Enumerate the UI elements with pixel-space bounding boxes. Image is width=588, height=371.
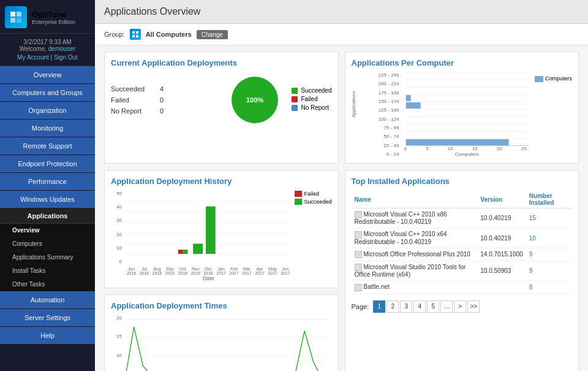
deployment-times-title: Application Deployment Times: [111, 301, 332, 310]
sidebar-item-help[interactable]: Help: [0, 327, 95, 345]
page-title: Applications Overview: [104, 6, 579, 17]
sidebar-header: OptiTune Enterprise Edition: [0, 0, 95, 34]
col-name: Name: [352, 191, 478, 208]
times-chart-area: 4pm 5pm 6pm 7pm 8pm 9pm 10pm 11pm 12am 1…: [125, 315, 332, 371]
stat-row-noreport: No Report 0: [111, 105, 218, 117]
top-installed-title: Top Installed Applications: [352, 177, 573, 186]
svg-rect-6: [132, 35, 135, 37]
app-count-cell: 9: [526, 248, 572, 261]
svg-rect-23: [405, 139, 508, 145]
sidebar-user-info: 3/2/2017 9:33 AM Welcome, demouser My Ac…: [0, 34, 95, 66]
pie-chart: 100%: [227, 72, 282, 128]
col-version: Version: [477, 191, 526, 208]
change-group-button[interactable]: Change: [197, 30, 228, 39]
app-name-cell: Battle.net: [352, 281, 478, 294]
history-legend: Failed Succeeded: [295, 191, 331, 281]
times-chart-container: 20 15 10 5 0: [111, 315, 332, 371]
sidebar-item-performance[interactable]: Performance: [0, 173, 95, 191]
app-name-cell: Microsoft Visual C++ 2010 x86 Redistribu…: [352, 208, 478, 228]
page-btn-4[interactable]: 4: [413, 300, 426, 313]
sidebar-item-overview[interactable]: Overview: [0, 66, 95, 84]
history-chart-area: Jun2016 Jul2016 Aug2016 Sep2016 Oct2016 …: [125, 191, 292, 281]
current-deployments-title: Current Application Deployments: [111, 58, 332, 67]
sidebar-item-server-settings[interactable]: Server Settings: [0, 309, 95, 327]
legend-failed-item: Failed: [295, 191, 331, 197]
sign-out-link[interactable]: Sign Out: [54, 54, 78, 61]
pagination: Page: 1 2 3 4 5 ... > >>: [352, 300, 573, 313]
apc-legend-label: Computers: [545, 75, 572, 82]
svg-rect-4: [132, 31, 135, 34]
app-icon: [355, 284, 362, 291]
apc-bars-area: 0 5 10 15 20 25 Computers: [404, 72, 530, 157]
svg-rect-33: [193, 243, 203, 254]
svg-rect-3: [17, 18, 21, 23]
apc-chart-svg: [404, 72, 530, 146]
svg-rect-2: [10, 18, 15, 23]
apc-legend: Computers: [535, 72, 572, 157]
page-btn-1[interactable]: 1: [373, 300, 385, 313]
sidebar-item-endpoint-protection[interactable]: Endpoint Protection: [0, 155, 95, 173]
page-btn-2[interactable]: 2: [386, 300, 399, 313]
legend-succeeded: Succeeded: [292, 87, 331, 94]
applications-submenu: Overview Computers Applications Summary …: [0, 224, 95, 291]
history-legend-succeeded-color: [295, 199, 302, 205]
legend-dot-noreport: [292, 105, 298, 111]
times-chart-svg: [125, 315, 332, 371]
sidebar-item-organization[interactable]: Organization: [0, 102, 95, 120]
svg-text:100%: 100%: [246, 96, 263, 104]
app-icon: [355, 211, 362, 218]
table-row: Microsoft Visual C++ 2010 x86 Redistribu…: [352, 208, 573, 228]
app-version-cell: 10.0.40219: [477, 208, 526, 228]
content-area: Current Application Deployments Succeede…: [95, 45, 588, 371]
sidebar-item-app-summary[interactable]: Applications Summary: [0, 251, 95, 264]
deployment-history-card: Application Deployment History 50 40 30 …: [104, 170, 339, 288]
history-chart-svg: [125, 191, 292, 264]
sidebar-item-app-computers[interactable]: Computers: [0, 237, 95, 251]
group-name: All Computers: [146, 31, 192, 38]
top-installed-table: Name Version Number Installed Microsoft …: [352, 191, 573, 294]
svg-rect-7: [136, 35, 138, 37]
history-chart-container: 50 40 30 20 10 0: [111, 191, 332, 281]
app-name-cell: Microsoft Visual C++ 2010 x64 Redistribu…: [352, 228, 478, 248]
stat-label-noreport: No Report: [111, 107, 154, 115]
history-x-labels: Jun2016 Jul2016 Aug2016 Sep2016 Oct2016 …: [125, 267, 292, 275]
my-account-link[interactable]: My Account: [17, 54, 49, 61]
sidebar-item-app-overview[interactable]: Overview: [0, 224, 95, 237]
svg-rect-0: [10, 12, 15, 17]
table-header-row: Name Version Number Installed: [352, 191, 573, 208]
svg-rect-5: [136, 31, 138, 34]
apps-per-computer-title: Applications Per Computer: [352, 58, 573, 67]
page-btn-ellipsis[interactable]: ...: [440, 300, 453, 313]
stat-value-noreport: 0: [160, 107, 164, 115]
table-row: Microsoft Office Professional Plus 2010 …: [352, 248, 573, 261]
sidebar-item-monitoring[interactable]: Monitoring: [0, 120, 95, 137]
app-version-cell: 14.0.7015.1000: [477, 248, 526, 261]
stat-label-succeeded: Succeeded: [111, 85, 154, 93]
history-y-labels: 50 40 30 20 10 0: [111, 191, 122, 264]
current-deployments-card: Current Application Deployments Succeede…: [104, 52, 339, 164]
legend-dot-failed: [292, 96, 298, 102]
history-legend-failed-color: [295, 191, 302, 197]
page-btn-last[interactable]: >>: [467, 300, 480, 313]
app-version-cell: 10.0.50903: [477, 261, 526, 281]
page-btn-next[interactable]: >: [454, 300, 466, 313]
group-label: Group:: [104, 31, 125, 38]
page-btn-5[interactable]: 5: [427, 300, 439, 313]
sidebar: OptiTune Enterprise Edition 3/2/2017 9:3…: [0, 0, 95, 371]
sidebar-item-automation[interactable]: Automation: [0, 291, 95, 309]
svg-rect-34: [206, 207, 216, 254]
col-count: Number Installed: [526, 191, 572, 208]
deployment-history-title: Application Deployment History: [111, 177, 332, 186]
apc-legend-color: [535, 76, 543, 82]
deployment-stats: Succeeded 4 Failed 0 No Report 0: [111, 83, 218, 117]
sidebar-item-remote-support[interactable]: Remote Support: [0, 137, 95, 155]
page-btn-3[interactable]: 3: [400, 300, 412, 313]
sidebar-item-windows-updates[interactable]: Windows Updates: [0, 191, 95, 208]
stat-label-failed: Failed: [111, 96, 154, 104]
sidebar-item-install-tasks[interactable]: Install Tasks: [0, 264, 95, 278]
sidebar-item-other-tasks[interactable]: Other Tasks: [0, 278, 95, 291]
pie-legend: Succeeded Failed No Report: [292, 87, 331, 113]
apc-y-labels: 225 - 249 200 - 224 175 - 199 150 - 174 …: [369, 72, 399, 157]
sidebar-item-applications[interactable]: Applications: [0, 208, 95, 224]
sidebar-item-computers-groups[interactable]: Computers and Groups: [0, 84, 95, 102]
